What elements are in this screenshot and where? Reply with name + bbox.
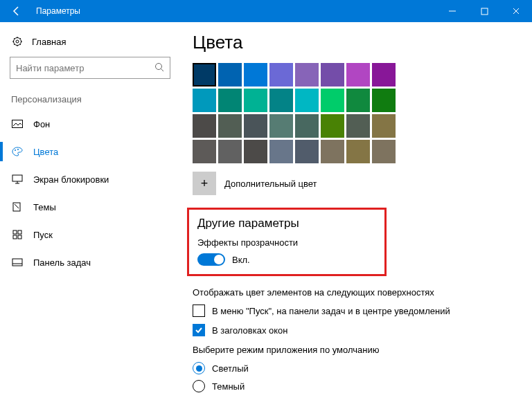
color-swatch[interactable] bbox=[346, 140, 370, 163]
color-swatch[interactable] bbox=[295, 114, 319, 138]
color-swatch[interactable] bbox=[218, 63, 242, 87]
nav-label: Панель задач bbox=[33, 257, 91, 268]
nav-label: Фон bbox=[33, 119, 50, 129]
sidebar: Главная Персонализация Фон Цвета Экран б… bbox=[0, 22, 180, 418]
color-swatch[interactable] bbox=[295, 140, 319, 163]
color-swatch[interactable] bbox=[244, 63, 267, 87]
transparency-toggle[interactable] bbox=[197, 253, 225, 266]
section-label: Персонализация bbox=[11, 94, 170, 104]
window-title: Параметры bbox=[33, 6, 436, 16]
color-swatch[interactable] bbox=[346, 114, 370, 138]
radio-label: Темный bbox=[212, 381, 245, 392]
content-panel: Цвета + Дополнительный цвет Другие парам… bbox=[180, 22, 532, 418]
add-color-label: Дополнительный цвет bbox=[224, 179, 317, 189]
taskbar-icon bbox=[11, 258, 24, 266]
color-swatch[interactable] bbox=[346, 63, 370, 87]
svg-line-5 bbox=[161, 69, 164, 71]
color-grid bbox=[193, 63, 518, 163]
color-swatch[interactable] bbox=[269, 140, 293, 163]
color-swatch[interactable] bbox=[193, 140, 216, 163]
gear-icon bbox=[11, 36, 24, 47]
sidebar-item-start[interactable]: Пуск bbox=[10, 221, 170, 248]
checkbox-titlebars[interactable]: В заголовках окон bbox=[193, 324, 518, 336]
back-button[interactable] bbox=[0, 0, 33, 22]
nav-label: Пуск bbox=[33, 230, 53, 240]
color-swatch[interactable] bbox=[193, 89, 216, 112]
svg-rect-17 bbox=[12, 259, 22, 266]
color-swatch[interactable] bbox=[295, 63, 319, 87]
close-button[interactable] bbox=[500, 0, 532, 22]
nav-label: Темы bbox=[33, 202, 56, 212]
svg-rect-14 bbox=[18, 230, 21, 234]
svg-point-4 bbox=[156, 63, 162, 69]
color-swatch[interactable] bbox=[244, 114, 267, 138]
search-input[interactable] bbox=[10, 57, 170, 79]
radio-dark[interactable]: Темный bbox=[193, 380, 518, 392]
toggle-state-label: Вкл. bbox=[232, 255, 250, 265]
svg-rect-15 bbox=[13, 235, 17, 239]
color-swatch[interactable] bbox=[193, 114, 216, 138]
checkbox-start-taskbar[interactable]: В меню "Пуск", на панели задач и в центр… bbox=[193, 305, 518, 317]
svg-rect-13 bbox=[13, 230, 17, 234]
color-swatch[interactable] bbox=[321, 63, 344, 87]
nav-label: Экран блокировки bbox=[33, 174, 109, 185]
color-swatch[interactable] bbox=[346, 89, 370, 112]
nav-label: Цвета bbox=[33, 147, 58, 157]
search-field[interactable] bbox=[16, 63, 154, 73]
radio-icon bbox=[193, 380, 205, 392]
color-swatch[interactable] bbox=[269, 63, 293, 87]
add-color-row[interactable]: + Дополнительный цвет bbox=[193, 172, 518, 195]
svg-rect-16 bbox=[18, 235, 21, 239]
titlebar: Параметры bbox=[0, 0, 532, 22]
checkbox-icon bbox=[193, 305, 205, 317]
color-swatch[interactable] bbox=[295, 89, 319, 112]
color-swatch[interactable] bbox=[218, 89, 242, 112]
svg-rect-1 bbox=[481, 8, 488, 15]
sidebar-item-themes[interactable]: Темы bbox=[10, 193, 170, 221]
minimize-button[interactable] bbox=[436, 0, 468, 22]
sidebar-item-lockscreen[interactable]: Экран блокировки bbox=[10, 165, 170, 193]
more-options-heading: Другие параметры bbox=[193, 217, 375, 230]
palette-icon bbox=[11, 147, 24, 156]
svg-rect-9 bbox=[12, 175, 22, 181]
radio-selected-icon bbox=[193, 362, 205, 374]
picture-icon bbox=[11, 120, 24, 128]
sidebar-item-colors[interactable]: Цвета bbox=[10, 138, 170, 165]
color-swatch[interactable] bbox=[321, 140, 344, 163]
sidebar-item-background[interactable]: Фон bbox=[10, 110, 170, 138]
color-swatch[interactable] bbox=[321, 114, 344, 138]
home-label: Главная bbox=[32, 37, 66, 47]
checkbox-checked-icon bbox=[193, 324, 205, 336]
color-swatch[interactable] bbox=[218, 114, 242, 138]
color-swatch[interactable] bbox=[244, 140, 267, 163]
app-mode-label: Выберите режим приложения по умолчанию bbox=[193, 345, 518, 355]
radio-label: Светлый bbox=[212, 363, 249, 374]
home-link[interactable]: Главная bbox=[10, 32, 170, 57]
color-swatch[interactable] bbox=[269, 89, 293, 112]
color-swatch[interactable] bbox=[372, 140, 396, 163]
plus-icon: + bbox=[193, 172, 216, 195]
maximize-button[interactable] bbox=[468, 0, 500, 22]
grid-icon bbox=[11, 230, 24, 239]
checkbox-label: В заголовках окон bbox=[212, 325, 288, 336]
svg-point-7 bbox=[15, 149, 16, 151]
color-swatch[interactable] bbox=[244, 89, 267, 112]
radio-light[interactable]: Светлый bbox=[193, 362, 518, 374]
svg-point-3 bbox=[16, 40, 19, 43]
color-swatch[interactable] bbox=[372, 114, 396, 138]
search-icon bbox=[154, 62, 164, 74]
sidebar-item-taskbar[interactable]: Панель задач bbox=[10, 248, 170, 276]
color-swatch[interactable] bbox=[372, 89, 396, 112]
color-swatch[interactable] bbox=[321, 89, 344, 112]
brush-icon bbox=[11, 202, 24, 212]
page-title: Цвета bbox=[193, 32, 518, 53]
color-swatch[interactable] bbox=[372, 63, 396, 87]
color-swatch[interactable] bbox=[193, 63, 216, 87]
highlighted-section: Другие параметры Эффекты прозрачности Вк… bbox=[187, 208, 387, 276]
color-swatch[interactable] bbox=[218, 140, 242, 163]
transparency-label: Эффекты прозрачности bbox=[193, 237, 375, 248]
svg-rect-12 bbox=[13, 203, 20, 211]
checkbox-label: В меню "Пуск", на панели задач и в центр… bbox=[212, 306, 450, 316]
color-swatch[interactable] bbox=[269, 114, 293, 138]
surfaces-label: Отображать цвет элементов на следующих п… bbox=[193, 287, 518, 298]
